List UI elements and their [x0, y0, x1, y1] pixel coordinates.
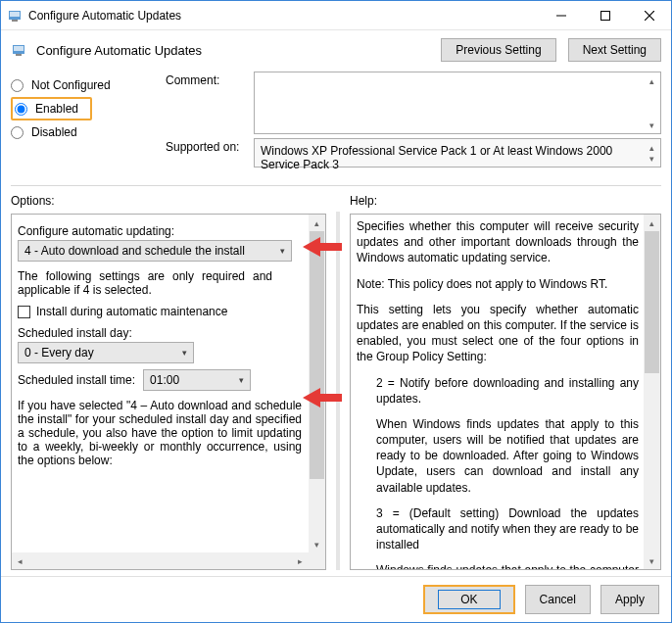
scrollbar-thumb[interactable]	[310, 231, 324, 479]
columns: Options: Configure automatic updating: 4…	[1, 190, 671, 576]
enabled-highlight: Enabled	[11, 97, 92, 120]
install-maintenance-label: Install during automatic maintenance	[36, 305, 227, 318]
configure-value: 4 - Auto download and schedule the insta…	[24, 244, 245, 258]
svg-rect-8	[14, 46, 24, 51]
help-p2: Note: This policy does not apply to Wind…	[357, 276, 639, 292]
supported-label: Supported on:	[166, 138, 248, 154]
chevron-down-icon: ▾	[182, 348, 187, 358]
help-p1: Specifies whether this computer will rec…	[357, 218, 639, 266]
comment-label: Comment:	[166, 72, 248, 87]
scheduled-time-value: 01:00	[150, 373, 179, 387]
options-column: Options: Configure automatic updating: 4…	[11, 190, 326, 570]
options-scrollbar[interactable]: ▴ ▾	[309, 215, 325, 569]
radio-disabled-label: Disabled	[31, 125, 77, 139]
comment-textarea[interactable]: ▴ ▾	[254, 72, 661, 134]
right-fields: Comment: ▴ ▾ Supported on: Windows XP Pr…	[166, 72, 661, 171]
cancel-button[interactable]: Cancel	[525, 585, 591, 614]
radio-enabled-input[interactable]	[15, 103, 27, 116]
radio-enabled[interactable]: Enabled	[13, 102, 78, 116]
help-p5: When Windows finds updates that apply to…	[357, 416, 639, 496]
help-content: Specifies whether this computer will rec…	[351, 215, 660, 569]
options-note1: The following settings are only required…	[18, 269, 272, 297]
divider	[11, 185, 661, 186]
close-button[interactable]	[627, 1, 671, 29]
scroll-up-icon[interactable]: ▴	[644, 72, 660, 89]
svg-rect-2	[12, 20, 18, 22]
options-content: Configure automatic updating: 4 - Auto d…	[12, 215, 325, 569]
supported-on-box: Windows XP Professional Service Pack 1 o…	[254, 138, 661, 168]
radio-disabled-input[interactable]	[11, 126, 24, 139]
help-scrollbar[interactable]: ▴ ▾	[644, 215, 660, 569]
policy-icon	[11, 42, 26, 58]
header-title: Configure Automatic Updates	[36, 43, 431, 58]
scheduled-time-select[interactable]: 01:00 ▾	[143, 369, 251, 391]
supported-on-text: Windows XP Professional Service Pack 1 o…	[261, 144, 612, 171]
scroll-down-icon[interactable]: ▾	[644, 117, 660, 133]
ok-button[interactable]: OK	[423, 585, 514, 614]
header-row: Configure Automatic Updates Previous Set…	[1, 30, 671, 66]
radio-not-configured-label: Not Configured	[31, 78, 111, 92]
state-radios: Not Configured Enabled Disabled	[11, 72, 160, 144]
apply-button[interactable]: Apply	[600, 585, 659, 614]
scroll-up-icon[interactable]: ▴	[309, 215, 325, 231]
options-label: Options:	[11, 190, 326, 214]
configure-updating-select[interactable]: 4 - Auto download and schedule the insta…	[18, 240, 292, 262]
scrollbar-thumb[interactable]	[645, 231, 659, 373]
body-grid: Not Configured Enabled Disabled Comment:…	[1, 66, 671, 177]
help-p6: 3 = (Default setting) Download the updat…	[357, 505, 639, 553]
maximize-button[interactable]	[583, 1, 627, 29]
window-title: Configure Automatic Updates	[28, 9, 539, 23]
help-p7: Windows finds updates that apply to the …	[357, 562, 639, 569]
radio-disabled[interactable]: Disabled	[11, 120, 160, 144]
footer: OK Cancel Apply	[1, 576, 671, 622]
app-icon	[7, 8, 23, 24]
radio-not-configured[interactable]: Not Configured	[11, 73, 160, 97]
scheduled-time-label: Scheduled install time:	[18, 373, 135, 387]
scroll-left-icon[interactable]: ◂	[12, 552, 28, 569]
chevron-down-icon: ▾	[239, 375, 244, 385]
help-p4: 2 = Notify before downloading and instal…	[357, 375, 639, 407]
options-scrollbar-h[interactable]: ◂ ▸	[12, 552, 309, 569]
help-column: Help: Specifies whether this computer wi…	[350, 190, 661, 570]
scheduled-day-select[interactable]: 0 - Every day ▾	[18, 342, 194, 363]
previous-setting-button[interactable]: Previous Setting	[441, 38, 555, 62]
column-splitter[interactable]	[336, 212, 340, 570]
svg-rect-4	[600, 11, 609, 20]
svg-rect-1	[10, 12, 20, 17]
scheduled-day-label: Scheduled install day:	[18, 326, 306, 340]
scroll-right-icon[interactable]: ▸	[292, 552, 309, 569]
options-note2: If you have selected "4 – Auto download …	[18, 399, 302, 467]
gpo-dialog: Configure Automatic Updates Configure Au…	[0, 0, 672, 623]
configure-label: Configure automatic updating:	[18, 224, 306, 238]
install-maintenance-checkbox[interactable]: Install during automatic maintenance	[18, 305, 306, 318]
scroll-down-icon[interactable]: ▾	[309, 536, 325, 552]
scroll-down-icon[interactable]: ▾	[644, 552, 660, 569]
chevron-down-icon: ▾	[280, 246, 285, 256]
help-label: Help:	[350, 190, 661, 214]
minimize-button[interactable]	[539, 1, 583, 29]
help-p3: This setting lets you specify whether au…	[357, 302, 639, 365]
checkbox-icon	[18, 306, 30, 318]
next-setting-button[interactable]: Next Setting	[568, 38, 661, 62]
scroll-up-icon[interactable]: ▴	[644, 215, 660, 231]
radio-not-configured-input[interactable]	[11, 79, 24, 92]
scroll-down-icon[interactable]: ▾	[644, 150, 660, 167]
svg-rect-9	[16, 54, 22, 56]
help-box: Specifies whether this computer will rec…	[350, 214, 661, 570]
radio-enabled-label: Enabled	[35, 102, 78, 116]
titlebar: Configure Automatic Updates	[1, 1, 671, 30]
scheduled-day-value: 0 - Every day	[24, 346, 94, 359]
options-box: Configure automatic updating: 4 - Auto d…	[11, 214, 326, 570]
